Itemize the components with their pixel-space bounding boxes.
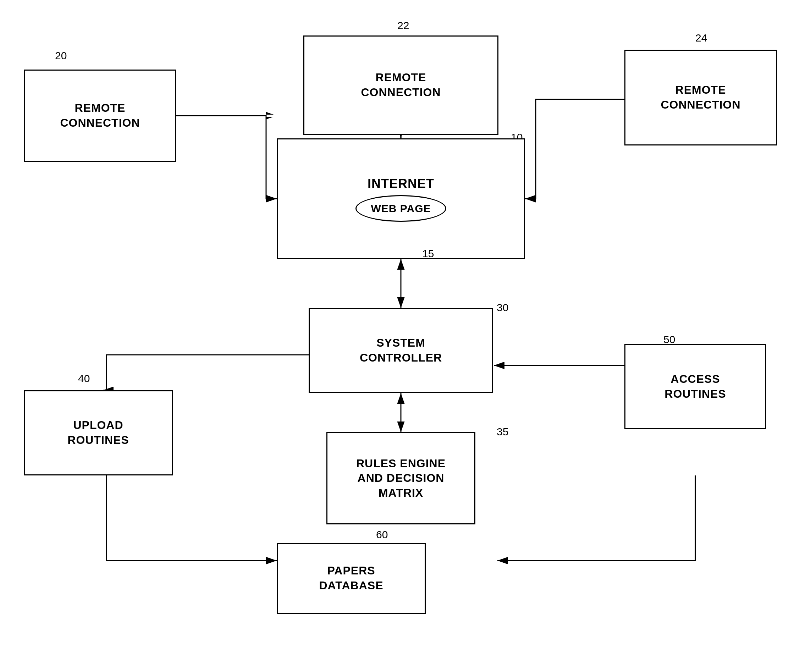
label-40: 40 xyxy=(78,373,90,385)
papers-database-box: PAPERSDATABASE xyxy=(277,543,426,614)
remote-connection-24-label: REMOTECONNECTION xyxy=(661,83,741,112)
upload-routines-box: UPLOADROUTINES xyxy=(24,390,173,475)
label-30: 30 xyxy=(497,302,509,314)
internet-label: INTERNET xyxy=(368,176,434,192)
label-20: 20 xyxy=(55,50,67,62)
label-60: 60 xyxy=(376,529,388,541)
label-24: 24 xyxy=(695,32,707,44)
upload-routines-label: UPLOADROUTINES xyxy=(67,418,129,447)
rules-engine-label: RULES ENGINEAND DECISIONMATRIX xyxy=(356,456,446,501)
label-50: 50 xyxy=(663,333,675,346)
remote-connection-20: REMOTECONNECTION xyxy=(24,70,176,162)
remote-connection-20-label: REMOTECONNECTION xyxy=(60,101,140,130)
remote-connection-22-label: REMOTECONNECTION xyxy=(361,70,441,100)
access-routines-label: ACCESSROUTINES xyxy=(664,372,726,401)
access-routines-box: ACCESSROUTINES xyxy=(624,344,766,429)
system-controller-label: SYSTEMCONTROLLER xyxy=(360,336,442,365)
webpage-label: WEB PAGE xyxy=(371,203,431,214)
label-15: 15 xyxy=(422,248,434,260)
label-35: 35 xyxy=(497,426,509,438)
rules-engine-box: RULES ENGINEAND DECISIONMATRIX xyxy=(326,432,475,525)
remote-connection-24: REMOTECONNECTION xyxy=(624,50,777,146)
internet-box: INTERNET WEB PAGE xyxy=(277,138,525,259)
diagram: 20 REMOTECONNECTION 22 REMOTECONNECTION … xyxy=(0,0,800,672)
system-controller-box: SYSTEMCONTROLLER xyxy=(309,308,493,393)
webpage-oval: WEB PAGE xyxy=(355,195,446,222)
remote-connection-22: REMOTECONNECTION xyxy=(303,35,498,135)
papers-database-label: PAPERSDATABASE xyxy=(319,563,383,593)
label-22: 22 xyxy=(397,19,409,32)
